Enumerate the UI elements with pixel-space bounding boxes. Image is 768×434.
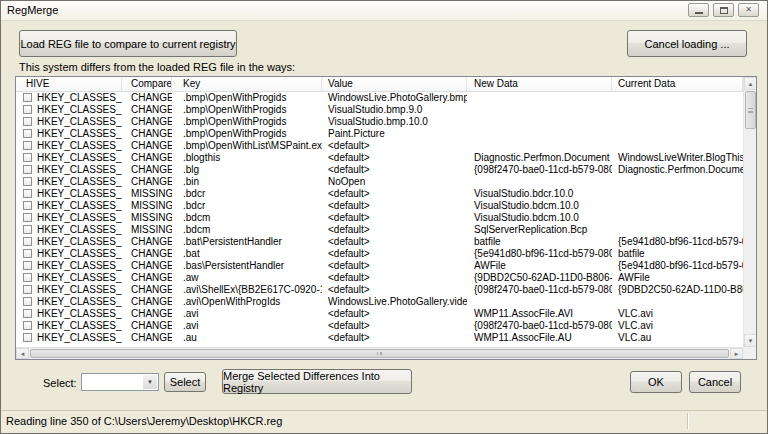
table-row[interactable]: HKEY_CLASSES_ROOTCHANGED.blogthis<defaul…: [16, 152, 743, 164]
cell-current_data: AWFile: [612, 272, 743, 284]
cell-hive: HKEY_CLASSES_ROOT: [16, 248, 122, 260]
horizontal-scrollbar[interactable]: ◄ ►: [16, 347, 743, 359]
table-row[interactable]: HKEY_CLASSES_ROOTCHANGED.avi<default>{09…: [16, 320, 743, 332]
cell-hive: HKEY_CLASSES_ROOT: [16, 212, 122, 224]
caption-buttons: ✕: [688, 3, 759, 17]
scroll-up-icon[interactable]: ▲: [744, 77, 757, 90]
load-reg-file-button[interactable]: Load REG file to compare to current regi…: [19, 30, 237, 57]
table-row[interactable]: HKEY_CLASSES_ROOTMISSING.bdcm<default>Sq…: [16, 224, 743, 236]
cell-new_data: batfile: [467, 236, 612, 248]
close-button[interactable]: ✕: [738, 3, 759, 17]
column-header-new_data[interactable]: New Data: [467, 77, 612, 91]
cell-value: <default>: [322, 224, 467, 236]
cell-new_data: [467, 296, 612, 308]
cell-current_data: VLC.avi: [612, 308, 743, 320]
cell-hive: HKEY_CLASSES_ROOT: [16, 260, 122, 272]
cell-compare: CHANGED: [122, 296, 172, 308]
table-row[interactable]: HKEY_CLASSES_ROOTMISSING.bdcm<default>Vi…: [16, 212, 743, 224]
table-row[interactable]: HKEY_CLASSES_ROOTMISSING.bdcr<default>Vi…: [16, 188, 743, 200]
cell-value: NoOpen: [322, 176, 467, 188]
column-header-value[interactable]: Value: [322, 77, 467, 91]
minimize-icon: [695, 12, 703, 14]
cell-key: .avi: [172, 320, 322, 332]
cell-hive: HKEY_CLASSES_ROOT: [16, 308, 122, 320]
window-title: RegMerge: [7, 4, 58, 16]
table-row[interactable]: HKEY_CLASSES_ROOTCHANGED.bat<default>{5e…: [16, 248, 743, 260]
table-row[interactable]: HKEY_CLASSES_ROOTCHANGED.avi<default>WMP…: [16, 308, 743, 320]
column-header-current_data[interactable]: Current Data: [612, 77, 743, 91]
cell-current_data: [612, 128, 743, 140]
ok-button[interactable]: OK: [630, 371, 682, 393]
cell-new_data: [467, 104, 612, 116]
cell-new_data: [467, 92, 612, 104]
select-button[interactable]: Select: [164, 372, 206, 392]
cell-value: <default>: [322, 236, 467, 248]
table-row[interactable]: HKEY_CLASSES_ROOTCHANGED.bas\PersistentH…: [16, 260, 743, 272]
table-row[interactable]: HKEY_CLASSES_ROOTCHANGED.avi\OpenWithPro…: [16, 296, 743, 308]
cell-key: .bin: [172, 176, 322, 188]
scroll-down-icon[interactable]: ▼: [744, 334, 757, 347]
minimize-button[interactable]: [688, 3, 709, 17]
cell-current_data: [612, 104, 743, 116]
title-bar[interactable]: RegMerge ✕: [1, 1, 767, 21]
cancel-loading-button[interactable]: Cancel loading ...: [627, 30, 747, 57]
scrollbar-corner: [743, 347, 756, 359]
cell-key: .bdcr: [172, 188, 322, 200]
cell-key: .bmp\OpenWithProgids: [172, 116, 322, 128]
cell-key: .bdcm: [172, 212, 322, 224]
cell-compare: CHANGED: [122, 248, 172, 260]
cell-hive: HKEY_CLASSES_ROOT: [16, 332, 122, 344]
cell-new_data: [467, 140, 612, 152]
table-row[interactable]: HKEY_CLASSES_ROOTCHANGED.bmp\OpenWithPro…: [16, 92, 743, 104]
cancel-button[interactable]: Cancel: [689, 371, 741, 393]
scroll-left-icon[interactable]: ◄: [16, 348, 29, 359]
vertical-scrollbar[interactable]: ▲ ▼: [743, 77, 756, 347]
cell-new_data: WMP11.AssocFile.AVI: [467, 308, 612, 320]
list-rows: HKEY_CLASSES_ROOTCHANGED.bmp\OpenWithPro…: [16, 92, 743, 347]
scroll-right-icon[interactable]: ►: [730, 348, 743, 359]
column-header-key[interactable]: Key: [172, 77, 322, 91]
cell-current_data: {9DBD2C50-62AD-11D0-B806-00: [612, 284, 743, 296]
horizontal-scroll-thumb[interactable]: [30, 349, 729, 358]
table-row[interactable]: HKEY_CLASSES_ROOTCHANGED.bmp\OpenWithPro…: [16, 116, 743, 128]
cell-hive: HKEY_CLASSES_ROOT: [16, 284, 122, 296]
cell-current_data: WindowsLiveWriter.BlogThis.1: [612, 152, 743, 164]
cell-key: .bdcm: [172, 224, 322, 236]
cell-hive: HKEY_CLASSES_ROOT: [16, 104, 122, 116]
select-combobox[interactable]: ▼: [81, 373, 159, 391]
cell-key: .bmp\OpenWithList\MSPaint.exe: [172, 140, 322, 152]
cell-new_data: {098f2470-bae0-11cd-b579-08002b...: [467, 284, 612, 296]
table-row[interactable]: HKEY_CLASSES_ROOTMISSING.bdcr<default>Vi…: [16, 200, 743, 212]
cell-hive: HKEY_CLASSES_ROOT: [16, 164, 122, 176]
table-row[interactable]: HKEY_CLASSES_ROOTCHANGED.bmp\OpenWithPro…: [16, 128, 743, 140]
table-row[interactable]: HKEY_CLASSES_ROOTCHANGED.blg<default>{09…: [16, 164, 743, 176]
vertical-scroll-thumb[interactable]: [745, 91, 756, 129]
cell-value: <default>: [322, 272, 467, 284]
scroll-grip-icon: [377, 352, 382, 355]
column-header-hive[interactable]: HIVE: [16, 77, 122, 91]
table-row[interactable]: HKEY_CLASSES_ROOTCHANGED.binNoOpen: [16, 176, 743, 188]
cell-key: .blg: [172, 164, 322, 176]
cell-key: .aw: [172, 272, 322, 284]
table-row[interactable]: HKEY_CLASSES_ROOTCHANGED.avi\ShellEx\{BB…: [16, 284, 743, 296]
column-header-compare[interactable]: Compare: [122, 77, 172, 91]
table-row[interactable]: HKEY_CLASSES_ROOTCHANGED.bat\PersistentH…: [16, 236, 743, 248]
chevron-down-icon[interactable]: ▼: [143, 375, 157, 389]
list-header: HIVECompareKeyValueNew DataCurrent Data: [16, 77, 756, 92]
cell-hive: HKEY_CLASSES_ROOT: [16, 152, 122, 164]
cell-key: .avi\OpenWithProgIds: [172, 296, 322, 308]
table-row[interactable]: HKEY_CLASSES_ROOTCHANGED.bmp\OpenWithPro…: [16, 104, 743, 116]
table-row[interactable]: HKEY_CLASSES_ROOTCHANGED.au<default>WMP1…: [16, 332, 743, 344]
maximize-button[interactable]: [713, 3, 734, 17]
cell-hive: HKEY_CLASSES_ROOT: [16, 272, 122, 284]
cell-new_data: VisualStudio.bdcr.10.0: [467, 188, 612, 200]
cell-value: <default>: [322, 188, 467, 200]
cell-value: <default>: [322, 320, 467, 332]
cell-compare: CHANGED: [122, 332, 172, 344]
cell-current_data: VLC.avi: [612, 320, 743, 332]
merge-selected-button[interactable]: Merge Selected Differences Into Registry: [222, 369, 412, 394]
cell-value: <default>: [322, 164, 467, 176]
cell-key: .bmp\OpenWithProgids: [172, 128, 322, 140]
table-row[interactable]: HKEY_CLASSES_ROOTCHANGED.aw<default>{9DB…: [16, 272, 743, 284]
table-row[interactable]: HKEY_CLASSES_ROOTCHANGED.bmp\OpenWithLis…: [16, 140, 743, 152]
